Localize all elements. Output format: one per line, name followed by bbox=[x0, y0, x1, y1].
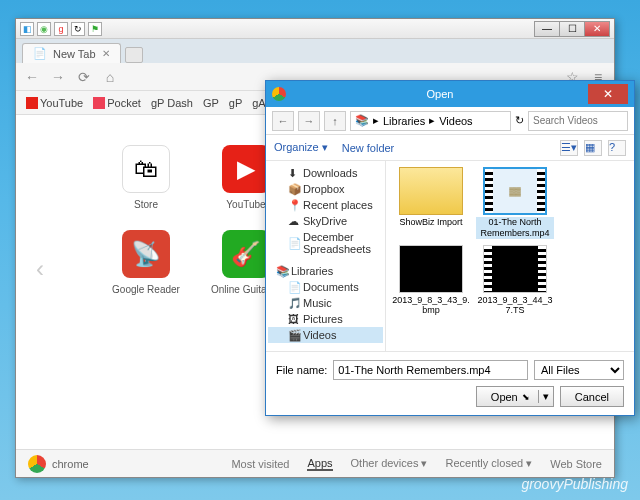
file-open-dialog: Open ✕ ← → ↑ 📚 ▸ Libraries ▸ Videos ↻ Or… bbox=[265, 80, 635, 416]
search-input[interactable] bbox=[528, 111, 628, 131]
footer-apps[interactable]: Apps bbox=[307, 457, 332, 471]
tab-close-icon[interactable]: ✕ bbox=[102, 48, 110, 59]
libraries-icon: 📚 bbox=[276, 265, 288, 277]
tree-documents[interactable]: 📄Documents bbox=[268, 279, 383, 295]
pictures-icon: 🖼 bbox=[288, 313, 300, 325]
folder-icon bbox=[399, 167, 463, 215]
bookmark-item[interactable]: YouTube bbox=[22, 95, 87, 111]
tab-bar: 📄 New Tab ✕ bbox=[16, 39, 614, 63]
cancel-button[interactable]: Cancel bbox=[560, 386, 624, 407]
open-dropdown-icon[interactable]: ▾ bbox=[538, 390, 549, 403]
new-tab-button[interactable] bbox=[125, 47, 143, 63]
refresh-icon[interactable]: ↻ bbox=[515, 114, 524, 127]
dialog-close-button[interactable]: ✕ bbox=[588, 84, 628, 104]
chrome-logo-icon bbox=[28, 455, 46, 473]
preview-pane-button[interactable]: ▦ bbox=[584, 140, 602, 156]
guitar-icon: 🎸 bbox=[222, 230, 270, 278]
filename-label: File name: bbox=[276, 364, 327, 376]
bookmark-item[interactable]: gP bbox=[225, 95, 246, 111]
tree-homegroup[interactable]: 👥Homegroup bbox=[268, 349, 383, 351]
footer-most-visited[interactable]: Most visited bbox=[231, 458, 289, 470]
skydrive-icon: ☁ bbox=[288, 215, 300, 227]
maximize-button[interactable]: ☐ bbox=[559, 21, 585, 37]
footer-web-store[interactable]: Web Store bbox=[550, 458, 602, 470]
ext-icon[interactable]: ◉ bbox=[37, 22, 51, 36]
recent-icon: 📍 bbox=[288, 199, 300, 211]
nav-back-button[interactable]: ← bbox=[272, 111, 294, 131]
dialog-titlebar: Open ✕ bbox=[266, 81, 634, 107]
dialog-toolbar: Organize ▾ New folder ☰▾ ▦ ? bbox=[266, 135, 634, 161]
dialog-nav-bar: ← → ↑ 📚 ▸ Libraries ▸ Videos ↻ bbox=[266, 107, 634, 135]
chevron-left-icon[interactable]: ‹ bbox=[36, 255, 44, 283]
tree-music[interactable]: 🎵Music bbox=[268, 295, 383, 311]
pocket-icon bbox=[93, 97, 105, 109]
bookmark-item[interactable]: gP Dash bbox=[147, 95, 197, 111]
tree-dropbox[interactable]: 📦Dropbox bbox=[268, 181, 383, 197]
downloads-icon: ⬇ bbox=[288, 167, 300, 179]
browser-tab[interactable]: 📄 New Tab ✕ bbox=[22, 43, 121, 63]
titlebar-extension-icons: ◧ ◉ g ↻ ⚑ bbox=[20, 22, 102, 36]
bookmark-item[interactable]: GP bbox=[199, 95, 223, 111]
new-tab-footer: chrome Most visited Apps Other devices ▾… bbox=[16, 449, 614, 477]
new-folder-button[interactable]: New folder bbox=[342, 142, 395, 154]
footer-recently-closed[interactable]: Recently closed ▾ bbox=[446, 457, 533, 470]
watermark: groovyPublishing bbox=[521, 476, 628, 492]
nav-up-button[interactable]: ↑ bbox=[324, 111, 346, 131]
video-thumbnail-icon: ▓▓ bbox=[483, 167, 547, 215]
youtube-icon: ▶ bbox=[222, 145, 270, 193]
file-video[interactable]: 2013_9_8_3_44_37.TS bbox=[476, 245, 554, 317]
documents-icon: 📄 bbox=[288, 281, 300, 293]
store-icon: 🛍 bbox=[122, 145, 170, 193]
file-video-selected[interactable]: ▓▓ 01-The North Remembers.mp4 bbox=[476, 167, 554, 239]
chrome-brand: chrome bbox=[28, 455, 89, 473]
dialog-body: ⬇Downloads 📦Dropbox 📍Recent places ☁SkyD… bbox=[266, 161, 634, 351]
minimize-button[interactable]: — bbox=[534, 21, 560, 37]
tree-spreadsheets[interactable]: 📄December Spreadsheets bbox=[268, 229, 383, 257]
file-filter-select[interactable]: All Files bbox=[534, 360, 624, 380]
bookmark-item[interactable]: Pocket bbox=[89, 95, 145, 111]
tab-title: New Tab bbox=[53, 48, 96, 60]
file-image[interactable]: 2013_9_8_3_43_9.bmp bbox=[392, 245, 470, 317]
videos-icon: 🎬 bbox=[288, 329, 300, 341]
ext-icon[interactable]: ⚑ bbox=[88, 22, 102, 36]
footer-other-devices[interactable]: Other devices ▾ bbox=[351, 457, 428, 470]
dropbox-icon: 📦 bbox=[288, 183, 300, 195]
ext-icon[interactable]: ↻ bbox=[71, 22, 85, 36]
window-titlebar: ◧ ◉ g ↻ ⚑ — ☐ ✕ bbox=[16, 19, 614, 39]
dialog-bottom: File name: All Files Open⬊▾ Cancel bbox=[266, 351, 634, 415]
reader-icon: 📡 bbox=[122, 230, 170, 278]
doc-icon: 📄 bbox=[288, 237, 300, 249]
view-options-button[interactable]: ☰▾ bbox=[560, 140, 578, 156]
filename-input[interactable] bbox=[333, 360, 528, 380]
file-list: ShowBiz Import ▓▓ 01-The North Remembers… bbox=[386, 161, 634, 351]
tree-recent[interactable]: 📍Recent places bbox=[268, 197, 383, 213]
app-store[interactable]: 🛍Store bbox=[106, 145, 186, 210]
nav-forward-button[interactable]: → bbox=[298, 111, 320, 131]
music-icon: 🎵 bbox=[288, 297, 300, 309]
folder-icon: 📚 bbox=[355, 114, 369, 127]
close-button[interactable]: ✕ bbox=[584, 21, 610, 37]
tree-downloads[interactable]: ⬇Downloads bbox=[268, 165, 383, 181]
tree-pictures[interactable]: 🖼Pictures bbox=[268, 311, 383, 327]
youtube-icon bbox=[26, 97, 38, 109]
chrome-icon bbox=[272, 87, 286, 101]
breadcrumb[interactable]: 📚 ▸ Libraries ▸ Videos bbox=[350, 111, 511, 131]
video-thumbnail-icon bbox=[483, 245, 547, 293]
ext-icon[interactable]: g bbox=[54, 22, 68, 36]
app-reader[interactable]: 📡Google Reader bbox=[106, 230, 186, 295]
tree-videos[interactable]: 🎬Videos bbox=[268, 327, 383, 343]
forward-button[interactable]: → bbox=[48, 67, 68, 87]
tree-skydrive[interactable]: ☁SkyDrive bbox=[268, 213, 383, 229]
navigation-pane: ⬇Downloads 📦Dropbox 📍Recent places ☁SkyD… bbox=[266, 161, 386, 351]
help-button[interactable]: ? bbox=[608, 140, 626, 156]
file-folder[interactable]: ShowBiz Import bbox=[392, 167, 470, 239]
organize-menu[interactable]: Organize ▾ bbox=[274, 141, 328, 154]
home-button[interactable]: ⌂ bbox=[100, 67, 120, 87]
tree-libraries[interactable]: 📚Libraries bbox=[268, 263, 383, 279]
open-button[interactable]: Open⬊▾ bbox=[476, 386, 554, 407]
ext-icon[interactable]: ◧ bbox=[20, 22, 34, 36]
image-thumbnail-icon bbox=[399, 245, 463, 293]
window-controls: — ☐ ✕ bbox=[535, 21, 610, 37]
reload-button[interactable]: ⟳ bbox=[74, 67, 94, 87]
back-button[interactable]: ← bbox=[22, 67, 42, 87]
